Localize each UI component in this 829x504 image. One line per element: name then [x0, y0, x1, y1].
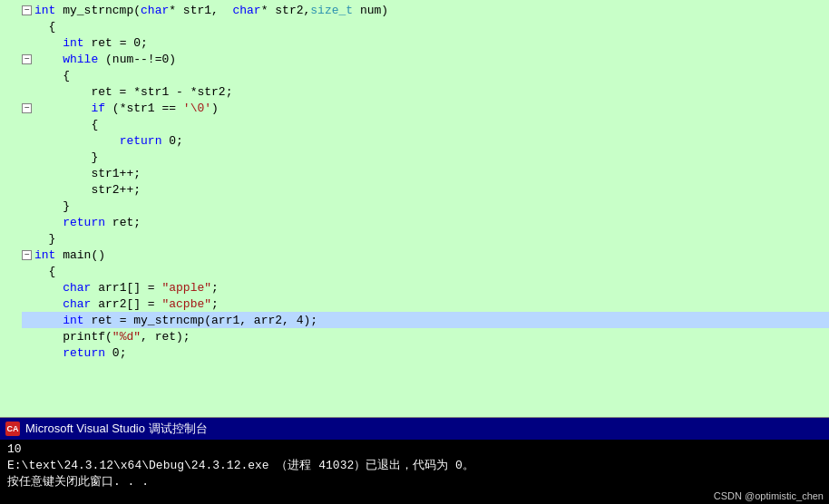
code-line-5: { — [22, 67, 829, 83]
code-line-9: return 0; — [22, 132, 829, 149]
code-container: − int my_strncmp(char* str1, char* str2,… — [0, 0, 829, 417]
code-line-18: char arr1[] = "apple"; — [22, 279, 829, 296]
code-line-19: char arr2[] = "acpbe"; — [22, 296, 829, 312]
code-line-21: printf("%d", ret); — [22, 328, 829, 344]
code-line-22: return 0; — [22, 344, 829, 361]
gutter — [0, 0, 20, 417]
code-line-15: } — [22, 230, 829, 247]
code-line-1: − int my_strncmp(char* str1, char* str2,… — [22, 2, 829, 18]
fold-icon-4[interactable]: − — [22, 54, 32, 64]
code-line-12: str2++; — [22, 181, 829, 198]
console-output-line-1: 10 — [7, 441, 822, 457]
code-line-6: ret = *str1 - *str2; — [22, 83, 829, 100]
code-line-13: } — [22, 198, 829, 214]
fold-icon-16[interactable]: − — [22, 250, 32, 260]
editor-area: − int my_strncmp(char* str1, char* str2,… — [0, 0, 829, 417]
code-line-4: − while (num--!=0) — [22, 51, 829, 67]
console-body: 10 E:\text\24.3.12\x64\Debug\24.3.12.exe… — [0, 440, 829, 504]
code-line-11: str1++; — [22, 165, 829, 181]
console-titlebar: CA Microsoft Visual Studio 调试控制台 — [0, 418, 829, 440]
csdn-watermark: CSDN @optimistic_chen — [714, 490, 824, 501]
code-line-16: − int main() — [22, 247, 829, 263]
console-title: Microsoft Visual Studio 调试控制台 — [25, 421, 208, 437]
code-lines: − int my_strncmp(char* str1, char* str2,… — [20, 0, 829, 417]
line-1-code: int my_strncmp(char* str1, char* str2,si… — [34, 4, 388, 17]
code-line-7: − if (*str1 == '\0') — [22, 100, 829, 116]
fold-icon-1[interactable]: − — [22, 5, 32, 15]
code-line-17: { — [22, 263, 829, 279]
console-area: CA Microsoft Visual Studio 调试控制台 10 E:\t… — [0, 418, 829, 504]
code-line-2: { — [22, 18, 829, 34]
code-line-14: return ret; — [22, 214, 829, 230]
console-output-line-3: 按任意键关闭此窗口. . . — [7, 473, 822, 489]
code-line-8: { — [22, 116, 829, 132]
code-line-20: int ret = my_strncmp(arr1, arr2, 4); — [22, 312, 829, 328]
code-line-3: int ret = 0; — [22, 34, 829, 51]
fold-icon-7[interactable]: − — [22, 103, 32, 113]
console-output-line-2: E:\text\24.3.12\x64\Debug\24.3.12.exe （进… — [7, 457, 822, 473]
code-line-10: } — [22, 149, 829, 165]
console-icon: CA — [5, 422, 20, 436]
